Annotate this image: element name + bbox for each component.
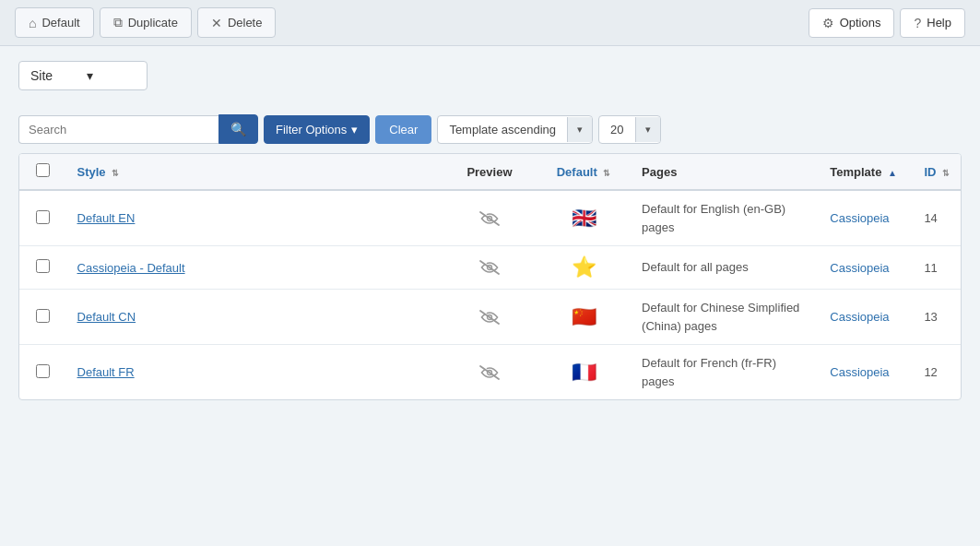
id-text: 11 [924, 261, 937, 275]
chevron-down-icon: ▾ [87, 68, 136, 83]
home-icon: ⌂ [29, 16, 36, 30]
search-input[interactable] [18, 115, 218, 144]
style-col-label: Style [77, 165, 106, 179]
row-checkbox[interactable] [36, 364, 50, 378]
table-container: Style ⇅ Preview Default ⇅ Pag [18, 153, 962, 400]
default-button-label: Default [41, 16, 79, 30]
style-link[interactable]: Default CN [77, 310, 136, 324]
row-style: Default EN [66, 190, 443, 246]
table-header-row: Style ⇅ Preview Default ⇅ Pag [19, 154, 961, 190]
page-size-dropdown: 20 ▾ [598, 115, 660, 144]
style-link[interactable]: Cassiopeia - Default [77, 261, 185, 275]
styles-table: Style ⇅ Preview Default ⇅ Pag [19, 154, 961, 399]
row-preview [443, 345, 537, 400]
header-default: Default ⇅ [537, 154, 631, 190]
row-pages: Default for Chinese Simplified (China) p… [631, 290, 819, 345]
row-template: Cassiopeia [819, 246, 913, 290]
row-id: 11 [913, 246, 961, 290]
filter-options-button[interactable]: Filter Options ▾ [264, 115, 370, 144]
content-area: Site ▾ 🔍 Filter Options ▾ Clear Template… [0, 46, 980, 415]
options-button[interactable]: ⚙ Options [809, 8, 895, 38]
row-default: 🇬🇧 [537, 190, 631, 246]
row-preview [443, 190, 537, 246]
style-link[interactable]: Default FR [77, 365, 135, 379]
row-checkbox-cell [19, 190, 66, 246]
preview-icon [454, 260, 525, 275]
template-sort-indicator: ▲ [888, 168, 897, 178]
gear-icon: ⚙ [822, 16, 834, 30]
site-dropdown-value: Site [30, 68, 79, 83]
default-button[interactable]: ⌂ Default [15, 7, 94, 38]
default-col-label: Default [557, 165, 597, 179]
flag-icon: 🇫🇷 [548, 361, 620, 385]
row-checkbox-cell [19, 246, 66, 290]
row-pages: Default for English (en-GB) pages [631, 190, 819, 246]
row-id: 14 [913, 190, 961, 246]
template-link[interactable]: Cassiopeia [830, 365, 889, 379]
clear-button-label: Clear [389, 123, 418, 136]
table-row: Default EN 🇬🇧Default for English (en-GB)… [19, 190, 961, 246]
row-checkbox[interactable] [36, 259, 50, 273]
sort-default-link[interactable]: Default ⇅ [557, 165, 611, 179]
header-pages: Pages [631, 154, 819, 190]
delete-button[interactable]: ✕ Delete [197, 7, 277, 38]
help-button-label: Help [927, 16, 951, 30]
template-link[interactable]: Cassiopeia [830, 261, 889, 275]
search-icon: 🔍 [230, 122, 246, 136]
row-style: Default CN [66, 290, 443, 345]
row-style: Cassiopeia - Default [66, 246, 443, 290]
table-row: Default CN 🇨🇳Default for Chinese Simplif… [19, 290, 961, 345]
preview-icon [454, 211, 525, 226]
row-pages: Default for French (fr-FR) pages [631, 345, 819, 400]
preview-col-label: Preview [466, 165, 512, 179]
row-template: Cassiopeia [819, 290, 913, 345]
toolbar-right: ⚙ Options ? Help [809, 8, 965, 38]
site-dropdown[interactable]: Site ▾ [18, 61, 148, 90]
id-text: 14 [924, 211, 937, 225]
search-button[interactable]: 🔍 [218, 114, 258, 144]
sort-arrow-button[interactable]: ▾ [567, 117, 592, 142]
row-template: Cassiopeia [819, 190, 913, 246]
page-size-arrow-button[interactable]: ▾ [635, 117, 660, 142]
delete-icon: ✕ [211, 16, 222, 30]
duplicate-button[interactable]: ⧉ Duplicate [100, 7, 192, 38]
header-checkbox-cell [19, 154, 66, 190]
preview-icon [454, 310, 525, 325]
row-default: ⭐ [537, 246, 631, 290]
header-template: Template ▲ [819, 154, 913, 190]
template-link[interactable]: Cassiopeia [830, 211, 889, 225]
sort-style-link[interactable]: Style ⇅ [77, 165, 120, 179]
id-sort-indicator: ⇅ [942, 169, 950, 178]
delete-button-label: Delete [228, 16, 263, 30]
pages-text: Default for Chinese Simplified (China) p… [642, 301, 799, 333]
row-id: 12 [913, 345, 961, 400]
select-all-checkbox[interactable] [36, 163, 50, 177]
help-button[interactable]: ? Help [900, 8, 965, 38]
style-link[interactable]: Default EN [77, 211, 136, 225]
flag-icon: 🇬🇧 [548, 207, 620, 231]
row-style: Default FR [66, 345, 443, 400]
clear-button[interactable]: Clear [375, 115, 431, 144]
duplicate-button-label: Duplicate [128, 16, 178, 30]
template-link[interactable]: Cassiopeia [830, 310, 889, 324]
help-icon: ? [914, 16, 921, 30]
sort-dropdown-label: Template ascending [438, 116, 567, 143]
sort-id-link[interactable]: ID ⇅ [924, 165, 950, 179]
row-checkbox[interactable] [36, 210, 50, 224]
row-id: 13 [913, 290, 961, 345]
id-text: 13 [924, 310, 937, 324]
row-checkbox-cell [19, 345, 66, 400]
sort-dropdown: Template ascending ▾ [437, 115, 593, 144]
row-template: Cassiopeia [819, 345, 913, 400]
id-text: 12 [924, 365, 937, 379]
filter-options-label: Filter Options [276, 123, 347, 136]
pages-col-label: Pages [642, 165, 677, 179]
id-col-label: ID [924, 165, 936, 179]
default-sort-indicator: ⇅ [603, 169, 610, 178]
header-id: ID ⇅ [913, 154, 961, 190]
row-checkbox[interactable] [36, 309, 50, 323]
table-row: Default FR 🇫🇷Default for French (fr-FR) … [19, 345, 961, 400]
options-button-label: Options [840, 16, 881, 30]
pages-text: Default for French (fr-FR) pages [642, 356, 776, 388]
table-row: Cassiopeia - Default ⭐Default for all pa… [19, 246, 961, 290]
